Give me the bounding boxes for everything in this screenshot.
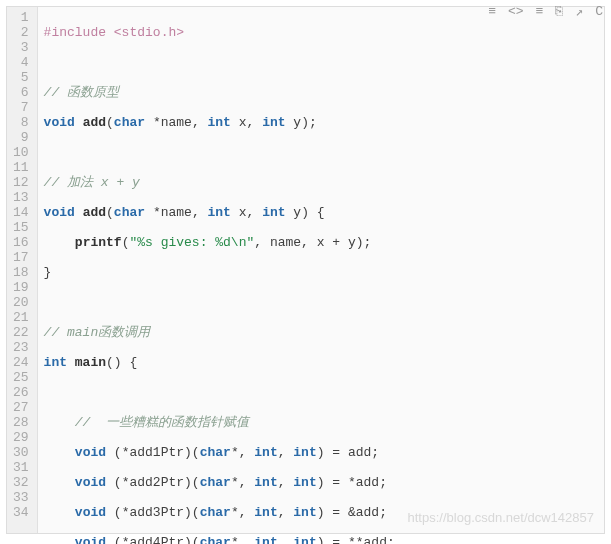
line-number: 31 [13, 460, 29, 475]
text: *, [231, 445, 254, 460]
text: *, [231, 535, 254, 544]
type: int [293, 535, 316, 544]
keyword: void [44, 205, 75, 220]
type: int [44, 355, 67, 370]
keyword: void [44, 115, 75, 130]
line-number: 3 [13, 40, 29, 55]
text: ( [106, 205, 114, 220]
line-number: 1 [13, 10, 29, 25]
code-area[interactable]: #include <stdio.h> // 函数原型 void add(char… [38, 7, 604, 533]
text: () { [106, 355, 137, 370]
function-name: add [75, 115, 106, 130]
line-number: 23 [13, 340, 29, 355]
indent [44, 235, 75, 250]
line-number: 20 [13, 295, 29, 310]
line-number: 11 [13, 160, 29, 175]
indent [44, 475, 75, 490]
text: y) { [286, 205, 325, 220]
comment: // 函数原型 [44, 85, 119, 100]
line-number: 34 [13, 505, 29, 520]
text: y); [286, 115, 317, 130]
line-number: 10 [13, 145, 29, 160]
brace: } [44, 265, 52, 280]
line-number: 29 [13, 430, 29, 445]
type: char [200, 535, 231, 544]
keyword: void [75, 475, 106, 490]
line-number: 22 [13, 325, 29, 340]
text: , [278, 535, 294, 544]
function-name: main [67, 355, 106, 370]
type: char [200, 505, 231, 520]
type: int [262, 115, 285, 130]
line-number: 26 [13, 385, 29, 400]
type: int [254, 445, 277, 460]
type: char [200, 445, 231, 460]
type: int [208, 205, 231, 220]
text: (*add4Ptr)( [106, 535, 200, 544]
text: *, [231, 475, 254, 490]
code-editor: 1234567891011121314151617181920212223242… [6, 6, 605, 534]
text: ) = &add; [317, 505, 387, 520]
text: , [278, 475, 294, 490]
text: , name, x + y); [254, 235, 371, 250]
indent [44, 505, 75, 520]
line-number: 19 [13, 280, 29, 295]
keyword: void [75, 505, 106, 520]
line-number: 7 [13, 100, 29, 115]
line-number: 8 [13, 115, 29, 130]
text: x, [231, 205, 262, 220]
text: ( [106, 115, 114, 130]
type: int [208, 115, 231, 130]
comment: // 一些糟糕的函数指针赋值 [44, 415, 249, 430]
line-number: 12 [13, 175, 29, 190]
preprocessor: #include <stdio.h> [44, 25, 184, 40]
line-number: 16 [13, 235, 29, 250]
comment: // 加法 x + y [44, 175, 140, 190]
line-number: 9 [13, 130, 29, 145]
text: , [278, 505, 294, 520]
type: int [293, 505, 316, 520]
comment: // main函数调用 [44, 325, 151, 340]
line-number: 17 [13, 250, 29, 265]
line-gutter: 1234567891011121314151617181920212223242… [7, 7, 38, 533]
text: (*add1Ptr)( [106, 445, 200, 460]
line-number: 14 [13, 205, 29, 220]
line-number: 6 [13, 85, 29, 100]
type: char [114, 205, 145, 220]
string: "%s gives: %d\n" [129, 235, 254, 250]
indent [44, 535, 75, 544]
line-number: 27 [13, 400, 29, 415]
line-number: 30 [13, 445, 29, 460]
type: char [114, 115, 145, 130]
type: int [254, 475, 277, 490]
line-number: 25 [13, 370, 29, 385]
type: char [200, 475, 231, 490]
type: int [254, 535, 277, 544]
type: int [262, 205, 285, 220]
text: x, [231, 115, 262, 130]
line-number: 4 [13, 55, 29, 70]
text: *name, [145, 115, 207, 130]
text: *, [231, 505, 254, 520]
text: (*add2Ptr)( [106, 475, 200, 490]
line-number: 15 [13, 220, 29, 235]
line-number: 13 [13, 190, 29, 205]
type: int [293, 445, 316, 460]
line-number: 18 [13, 265, 29, 280]
indent [44, 445, 75, 460]
line-number: 28 [13, 415, 29, 430]
keyword: void [75, 445, 106, 460]
line-number: 2 [13, 25, 29, 40]
line-number: 24 [13, 355, 29, 370]
text: , [278, 445, 294, 460]
line-number: 33 [13, 490, 29, 505]
keyword: void [75, 535, 106, 544]
text: *name, [145, 205, 207, 220]
type: int [293, 475, 316, 490]
line-number: 32 [13, 475, 29, 490]
line-number: 5 [13, 70, 29, 85]
function-name: add [75, 205, 106, 220]
text: (*add3Ptr)( [106, 505, 200, 520]
text: ) = **add; [317, 535, 395, 544]
text: ) = add; [317, 445, 379, 460]
